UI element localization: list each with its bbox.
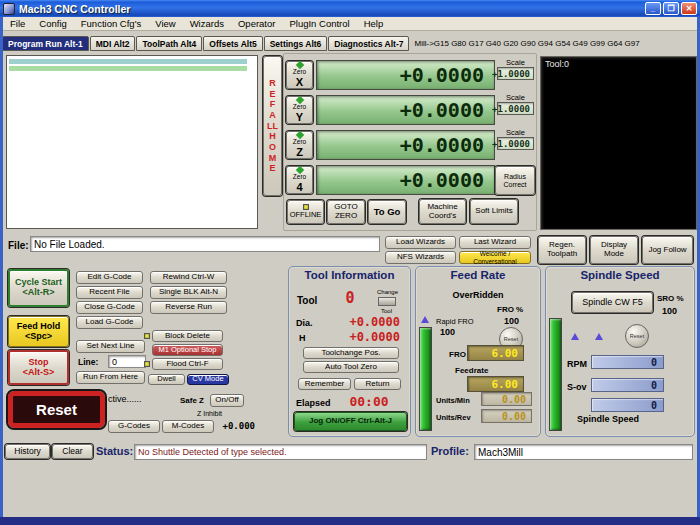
conversational-button[interactable]: Welcome / Conversational — [459, 251, 531, 264]
sov-dro[interactable]: 0 — [591, 378, 664, 392]
to-go-button[interactable]: To Go — [368, 200, 406, 224]
regen-toolpath-button[interactable]: Regen. Toolpath — [538, 236, 586, 264]
feed-rate-title: Feed Rate — [415, 269, 541, 281]
tab-offsets[interactable]: Offsets Alt5 — [203, 36, 262, 51]
spindle-up-arrow-icon-2[interactable] — [595, 333, 603, 340]
axis-letter-y: Y — [296, 111, 303, 123]
menu-view[interactable]: View — [149, 18, 181, 29]
h-dro[interactable]: +0.0000 — [320, 330, 400, 344]
load-wizards-button[interactable]: Load Wizards — [385, 236, 456, 249]
last-wizard-button[interactable]: Last Wizard — [459, 236, 531, 249]
toolpath-display[interactable]: Tool:0 — [540, 56, 697, 230]
units-rev-readout: 0.00 — [481, 409, 532, 423]
gcode-window[interactable] — [6, 55, 258, 229]
menu-config[interactable]: Config — [33, 18, 72, 29]
fro-label: FRO — [449, 350, 466, 359]
dia-dro[interactable]: +0.0000 — [320, 315, 400, 329]
return-button[interactable]: Return — [354, 378, 401, 390]
spindle-speed-dro[interactable]: 0 — [591, 398, 664, 412]
history-button[interactable]: History — [5, 444, 50, 459]
menu-wizards[interactable]: Wizards — [184, 18, 230, 29]
spindle-up-arrow-icon[interactable] — [571, 333, 579, 340]
tab-program-run[interactable]: Program Run Alt-1 — [2, 36, 89, 51]
tab-settings[interactable]: Settings Alt6 — [264, 36, 328, 51]
display-mode-button[interactable]: Display Mode — [590, 236, 638, 264]
minimize-icon[interactable]: _ — [645, 2, 661, 15]
menu-help[interactable]: Help — [358, 18, 390, 29]
sro-reset-button[interactable]: Reset — [625, 324, 649, 348]
menu-file[interactable]: File — [4, 18, 31, 29]
scale-y-dro[interactable]: +1.0000 — [497, 102, 534, 115]
recent-file-button[interactable]: Recent File — [76, 286, 143, 299]
toolchange-pos-button[interactable]: Toolchange Pos. — [303, 347, 399, 359]
m1-optional-stop-button[interactable]: M1 Optional Stop — [152, 344, 223, 356]
stop-button[interactable]: Stop <Alt-S> — [8, 350, 69, 385]
clear-button[interactable]: Clear — [52, 444, 93, 459]
g-codes-button[interactable]: G-Codes — [108, 420, 160, 433]
auto-tool-zero-button[interactable]: Auto Tool Zero — [303, 361, 399, 373]
single-blk-button[interactable]: Single BLK Alt-N — [150, 286, 227, 299]
load-gcode-button[interactable]: Load G-Code — [76, 316, 143, 329]
radius-correct-button[interactable]: Radius Correct — [495, 166, 535, 195]
menu-function-cfgs[interactable]: Function Cfg's — [75, 18, 147, 29]
feedrate-dro[interactable]: 6.00 — [467, 376, 524, 392]
nfs-wizards-button[interactable]: NFS Wizards — [385, 251, 456, 264]
z-inhibit-dro[interactable]: +0.000 — [217, 419, 255, 432]
zero-z-button[interactable]: Zero Z — [286, 131, 313, 159]
feedrate-label: Feedrate — [455, 366, 488, 375]
offline-button[interactable]: OFFLINE — [287, 200, 324, 224]
jog-on-off-button[interactable]: Jog ON/OFF Ctrl-Alt-J — [294, 412, 407, 431]
window-border-bottom — [0, 517, 700, 525]
sro-slider[interactable] — [549, 318, 562, 431]
safe-z-on-off-button[interactable]: On/Off — [210, 394, 244, 407]
dro-4[interactable]: +0.0000 — [316, 165, 495, 195]
cycle-start-button[interactable]: Cycle Start <Alt-R> — [8, 269, 69, 307]
dro-x[interactable]: +0.0000 — [316, 60, 495, 90]
close-gcode-button[interactable]: Close G-Code — [76, 301, 143, 314]
dro-y[interactable]: +0.0000 — [316, 95, 495, 125]
scale-y-label: Scale — [497, 93, 534, 102]
close-icon[interactable]: ✕ — [681, 2, 697, 15]
set-next-line-button[interactable]: Set Next Line — [76, 340, 145, 353]
rewind-button[interactable]: Rewind Ctrl-W — [150, 271, 227, 284]
run-from-here-button[interactable]: Run From Here — [76, 371, 145, 384]
remember-button[interactable]: Remember — [298, 378, 351, 390]
ref-all-home-button[interactable]: REF ALL HOME — [263, 56, 282, 196]
tab-diagnostics[interactable]: Diagnostics Alt-7 — [328, 36, 409, 51]
file-field[interactable]: No File Loaded. — [30, 236, 380, 252]
menu-plugin-control[interactable]: PlugIn Control — [283, 18, 355, 29]
tool-number-dro[interactable]: 0 — [332, 289, 368, 307]
scale-z-dro[interactable]: +1.0000 — [497, 137, 534, 150]
zero-4-button[interactable]: Zero 4 — [286, 166, 313, 194]
dwell-button[interactable]: Dwell — [148, 374, 185, 385]
tab-mdi[interactable]: MDI Alt2 — [90, 36, 136, 51]
cv-mode-button[interactable]: CV Mode — [187, 374, 229, 385]
tab-toolpath[interactable]: ToolPath Alt4 — [136, 36, 202, 51]
jog-follow-button[interactable]: Jog Follow — [642, 236, 693, 264]
dro-z[interactable]: +0.0000 — [316, 130, 495, 160]
zero-y-button[interactable]: Zero Y — [286, 96, 313, 124]
fro-up-arrow-icon[interactable] — [421, 316, 429, 323]
fro-slider[interactable] — [419, 327, 432, 431]
machine-coords-button[interactable]: Machine Coord's — [419, 199, 466, 224]
spindle-cw-button[interactable]: Spindle CW F5 — [572, 292, 653, 313]
fro-dro[interactable]: 6.00 — [467, 345, 524, 361]
maximize-icon[interactable]: ❐ — [663, 2, 679, 15]
flood-button[interactable]: Flood Ctrl-F — [152, 358, 223, 370]
line-field[interactable]: 0 — [108, 355, 146, 368]
menu-operator[interactable]: Operator — [232, 18, 282, 29]
change-tool-label-bottom: Tool — [381, 308, 392, 314]
edit-gcode-button[interactable]: Edit G-Code — [76, 271, 143, 284]
feed-hold-button[interactable]: Feed Hold <Spc> — [8, 316, 69, 347]
block-delete-button[interactable]: Block Delete — [152, 330, 223, 342]
soft-limits-button[interactable]: Soft Limits — [470, 199, 518, 224]
scale-x-label: Scale — [497, 58, 534, 67]
scale-x-dro[interactable]: +1.0000 — [497, 67, 534, 80]
reverse-run-button[interactable]: Reverse Run — [150, 301, 227, 314]
goto-zero-button[interactable]: GOTO ZERO — [327, 200, 365, 224]
change-tool-icon[interactable] — [378, 297, 396, 306]
zero-x-button[interactable]: Zero X — [286, 61, 313, 89]
m-codes-button[interactable]: M-Codes — [162, 420, 214, 433]
change-tool-label-top: Change — [377, 289, 398, 295]
reset-button[interactable]: Reset — [8, 391, 105, 428]
